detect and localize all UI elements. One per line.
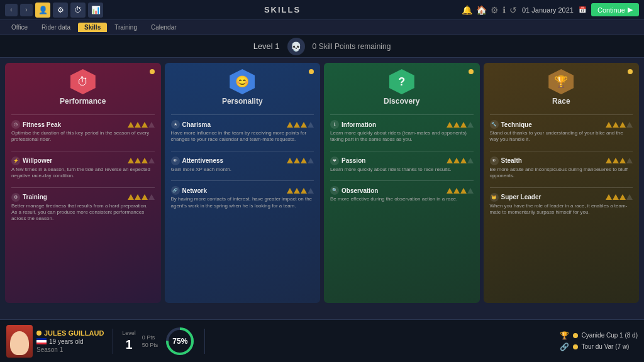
refresh-icon[interactable]: ↺	[509, 5, 517, 15]
skill-row-training: ⚙ Training	[11, 193, 155, 202]
triangle-3	[301, 122, 307, 128]
back-button[interactable]: ‹	[5, 4, 18, 16]
network-label: Network	[182, 187, 207, 194]
discovery-card: ? Discovery ℹ Information Learn more qui…	[324, 63, 480, 303]
tab-training[interactable]: Training	[108, 23, 143, 32]
race-item-2: 🔗 Tour du Var (7 w)	[560, 343, 638, 351]
skill-item-willpower: ⚡ Willpower A few times in a season, tur…	[11, 156, 155, 180]
charisma-label: Charisma	[182, 121, 211, 128]
triangle-3	[619, 194, 626, 200]
divider-2	[204, 329, 205, 354]
training-skill-icon: ⚙	[11, 193, 20, 202]
card-dot-performance	[150, 69, 155, 74]
passion-skill-icon: ❤	[330, 156, 339, 165]
triangle-1	[128, 194, 134, 200]
continue-button[interactable]: Continue ▶	[591, 3, 639, 16]
progress-circle: 75%	[164, 326, 196, 357]
top-bar: ‹ › 👤 ⚙ ⏱ 📊 SKILLS 🔔 🏠 ⚙ ℹ ↺ 01 January …	[0, 0, 644, 20]
skill-row-willpower: ⚡ Willpower	[11, 156, 155, 165]
nav-icon-clock[interactable]: ⏱	[70, 3, 86, 18]
link-icon: 🔗	[560, 343, 569, 351]
triangle-1	[447, 158, 453, 163]
skill-item-stealth: 👁 Stealth Be more astute and inconspicuo…	[490, 156, 633, 180]
triangle-3	[142, 158, 148, 163]
stealth-skill-icon: 👁	[490, 156, 499, 165]
skill-name-row-super-leader: 👑 Super Leader	[490, 193, 541, 202]
tab-office[interactable]: Office	[5, 23, 34, 32]
skill-points-display: 0 Skill Points remaining	[313, 42, 391, 51]
information-skill-icon: ℹ	[330, 120, 339, 129]
skill-row-super-leader: 👑 Super Leader	[490, 193, 633, 202]
forward-button[interactable]: ›	[20, 4, 33, 16]
triangle-2	[453, 122, 460, 128]
date-display: 01 January 2021	[522, 6, 574, 14]
skill-row-attentiveness: 👁 Attentiveness	[171, 156, 314, 165]
skill-row-fitness: ◷ Fitness Peak	[11, 120, 155, 129]
skill-name-row-training: ⚙ Training	[11, 193, 47, 202]
information-triangles	[447, 122, 474, 128]
tab-calendar[interactable]: Calendar	[145, 23, 183, 32]
pts-0: 0 Pts	[142, 334, 158, 341]
passion-label: Passion	[341, 157, 365, 164]
tab-rider-data[interactable]: Rider data	[35, 23, 77, 32]
race-info: 🏆 Cyanide Cup 1 (8 d) 🔗 Tour du Var (7 w…	[560, 331, 638, 351]
info-icon[interactable]: ℹ	[502, 5, 506, 15]
triangle-1	[447, 122, 453, 128]
bottom-bar: JULES GUILLAUD 19 years old Season 1 Lev…	[0, 319, 644, 362]
bell-icon[interactable]: 🔔	[462, 5, 472, 15]
training-desc: Better manage tiredness that results fro…	[11, 203, 155, 222]
france-flag	[36, 338, 47, 344]
super-leader-triangles	[606, 194, 633, 200]
triangle-3	[619, 158, 626, 163]
triangle-2	[135, 122, 141, 128]
fitness-peak-triangles	[128, 122, 155, 128]
notification-icons: 🔔 🏠 ⚙ ℹ ↺	[462, 5, 517, 15]
network-desc: By having more contacts of interest, hav…	[171, 196, 314, 209]
skill-item-attentiveness: 👁 Attentiveness Gain more XP each month.	[171, 156, 314, 173]
training-label: Training	[23, 194, 47, 200]
charisma-triangles	[287, 122, 314, 128]
skill-name-row-stealth: 👁 Stealth	[490, 156, 522, 165]
nav-icon-team[interactable]: ⚙	[53, 3, 68, 18]
gear-icon[interactable]: ⚙	[491, 5, 499, 15]
skill-name-row-information: ℹ Information	[330, 120, 376, 129]
skill-item-super-leader: 👑 Super Leader When you have the role of…	[490, 193, 633, 216]
observation-label: Observation	[341, 187, 378, 194]
triangle-1	[606, 194, 612, 200]
training-triangles	[128, 194, 155, 200]
tab-skills[interactable]: Skills	[78, 23, 107, 32]
nav-icon-chart[interactable]: 📊	[88, 3, 103, 18]
attentiveness-label: Attentiveness	[182, 157, 224, 164]
triangle-1	[128, 158, 134, 163]
level-value-bottom: 1	[126, 337, 133, 352]
skull-icon: 💀	[287, 38, 305, 55]
level-label: Level 1	[253, 41, 280, 51]
race-item-1: 🏆 Cyanide Cup 1 (8 d)	[560, 331, 638, 340]
triangle-2	[135, 194, 141, 200]
discovery-card-title: Discovery	[384, 97, 419, 106]
calendar-icon[interactable]: 📅	[579, 6, 586, 13]
divider-1	[113, 329, 113, 354]
home-icon[interactable]: 🏠	[476, 5, 487, 15]
stealth-triangles	[606, 158, 633, 163]
skill-row-observation: 🔍 Observation	[330, 186, 474, 195]
rider-age: 19 years old	[36, 338, 104, 345]
information-label: Information	[341, 121, 376, 128]
skill-name-row-network: 🔗 Network	[171, 186, 207, 195]
triangle-3	[142, 194, 148, 200]
skill-item-passion: ❤ Passion Learn more quickly about rider…	[330, 156, 474, 173]
tab-bar: Office Rider data Skills Training Calend…	[0, 20, 644, 35]
triangle-2	[613, 158, 619, 163]
fitness-skill-icon: ◷	[11, 120, 20, 129]
performance-card: ⏱ Performance ◷ Fitness Peak Optimise th…	[5, 63, 161, 303]
skill-name-row-technique: 🔧 Technique	[490, 120, 532, 129]
pts-50: 50 Pts	[142, 342, 158, 348]
skill-row-information: ℹ Information	[330, 120, 474, 129]
card-dot-personality	[309, 69, 314, 74]
technique-triangles	[606, 122, 633, 128]
nav-icon-player[interactable]: 👤	[35, 3, 50, 18]
rider-dot	[36, 331, 42, 336]
triangle-4	[467, 188, 474, 194]
avatar	[10, 331, 29, 355]
triangle-4	[626, 194, 633, 200]
